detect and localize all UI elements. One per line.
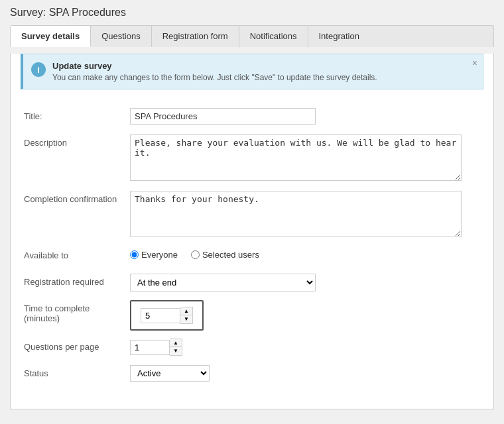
radio-selected-users[interactable]: Selected users bbox=[191, 250, 259, 260]
completion-input[interactable] bbox=[130, 191, 462, 237]
tabs-bar: Survey details Questions Registration fo… bbox=[10, 25, 494, 47]
time-spinner-btns: ▲ ▼ bbox=[180, 307, 193, 324]
description-control bbox=[130, 134, 480, 183]
alert-title: Update survey bbox=[52, 61, 377, 71]
questions-row: Questions per page ▲ ▼ bbox=[24, 339, 480, 357]
questions-control: ▲ ▼ bbox=[130, 339, 480, 356]
info-icon: i bbox=[31, 62, 46, 77]
main-content: i Update survey You can make any changes… bbox=[10, 54, 494, 409]
radio-group: Everyone Selected users bbox=[130, 247, 480, 260]
questions-up-button[interactable]: ▲ bbox=[170, 339, 182, 347]
page-title: Survey: SPA Procedures bbox=[10, 7, 494, 19]
available-control: Everyone Selected users bbox=[130, 247, 480, 260]
time-highlight: ▲ ▼ bbox=[130, 300, 204, 331]
time-spinner: ▲ ▼ bbox=[141, 307, 193, 324]
available-label: Available to bbox=[24, 247, 130, 260]
status-select[interactable]: Active Inactive Draft bbox=[130, 365, 210, 382]
title-label: Title: bbox=[24, 108, 130, 121]
radio-everyone-label: Everyone bbox=[141, 250, 178, 260]
questions-spinner: ▲ ▼ bbox=[130, 339, 480, 356]
title-control bbox=[130, 108, 480, 125]
alert-text: Update survey You can make any changes t… bbox=[52, 61, 377, 82]
tab-survey-details[interactable]: Survey details bbox=[11, 26, 91, 47]
status-control: Active Inactive Draft bbox=[130, 365, 480, 382]
available-row: Available to Everyone Selected users bbox=[24, 247, 480, 266]
registration-row: Registration required At the end At the … bbox=[24, 274, 480, 292]
time-down-button[interactable]: ▼ bbox=[180, 315, 192, 323]
status-label: Status bbox=[24, 365, 130, 378]
radio-everyone[interactable]: Everyone bbox=[130, 250, 178, 260]
description-label: Description bbox=[24, 134, 130, 148]
completion-label: Completion confirmation bbox=[24, 191, 130, 204]
tab-notifications[interactable]: Notifications bbox=[239, 26, 308, 47]
time-row: Time to complete (minutes) ▲ ▼ bbox=[24, 300, 480, 331]
alert-box: i Update survey You can make any changes… bbox=[21, 54, 483, 89]
description-input[interactable] bbox=[130, 134, 462, 181]
registration-control: At the end At the beginning Not required bbox=[130, 274, 480, 292]
time-up-button[interactable]: ▲ bbox=[180, 307, 192, 315]
radio-selected-users-label: Selected users bbox=[202, 250, 259, 260]
questions-label: Questions per page bbox=[24, 339, 130, 352]
tab-registration-form[interactable]: Registration form bbox=[152, 26, 239, 47]
description-row: Description bbox=[24, 134, 480, 183]
title-input[interactable] bbox=[130, 108, 316, 125]
time-control: ▲ ▼ bbox=[130, 300, 480, 331]
time-label: Time to complete (minutes) bbox=[24, 300, 130, 323]
completion-control bbox=[130, 191, 480, 239]
tab-questions[interactable]: Questions bbox=[91, 26, 152, 47]
status-row: Status Active Inactive Draft bbox=[24, 365, 480, 384]
title-row: Title: bbox=[24, 108, 480, 127]
questions-down-button[interactable]: ▼ bbox=[170, 347, 182, 355]
time-input[interactable] bbox=[141, 308, 180, 323]
questions-spinner-btns: ▲ ▼ bbox=[170, 339, 182, 356]
questions-input[interactable] bbox=[130, 340, 170, 355]
registration-label: Registration required bbox=[24, 274, 130, 287]
alert-desc: You can make any changes to the form bel… bbox=[52, 73, 377, 82]
completion-row: Completion confirmation bbox=[24, 191, 480, 239]
tab-integration[interactable]: Integration bbox=[308, 26, 370, 47]
registration-select[interactable]: At the end At the beginning Not required bbox=[130, 274, 316, 292]
form-section: Title: Description Completion confirmati… bbox=[11, 96, 493, 396]
close-icon[interactable]: × bbox=[472, 58, 477, 68]
